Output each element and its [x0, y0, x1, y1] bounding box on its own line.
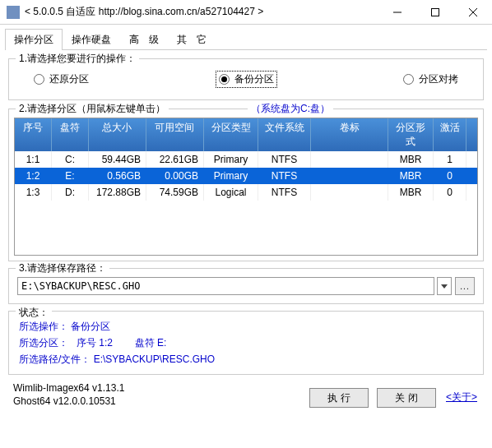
cell-active: 0	[434, 184, 466, 201]
radio-option-1[interactable]: 备份分区	[216, 71, 277, 88]
radio-label: 还原分区	[49, 72, 89, 86]
radio-label: 备份分区	[234, 72, 274, 86]
cell-size: 172.88GB	[89, 184, 146, 201]
cell-seq: 1:2	[15, 168, 52, 184]
cell-drive: E:	[52, 168, 89, 184]
version-info: Wimlib-Imagex64 v1.13.1 Ghost64 v12.0.0.…	[13, 381, 301, 408]
table-row[interactable]: 1:1C:59.44GB22.61GBPrimaryNTFSMBR1	[15, 151, 477, 168]
status-operation: 所选操作： 备份分区	[19, 318, 473, 335]
tab-0[interactable]: 操作分区	[5, 29, 63, 50]
cell-active: 0	[434, 168, 466, 184]
window-title: < 5.0.0.5 自适应 http://blog.sina.com.cn/a5…	[25, 5, 378, 19]
column-header[interactable]: 盘符	[52, 118, 89, 151]
column-header[interactable]: 分区类型	[204, 118, 258, 151]
cell-pform: MBR	[388, 151, 434, 168]
tab-2[interactable]: 高 级	[120, 29, 168, 50]
cell-fs: NTFS	[258, 168, 311, 184]
status-label: 状态：	[16, 304, 52, 321]
radio-label: 分区对拷	[419, 72, 458, 86]
close-button[interactable]	[454, 0, 492, 25]
close-app-button[interactable]: 关 闭	[377, 388, 436, 408]
column-header[interactable]: 总大小	[89, 118, 146, 151]
radio-option-0[interactable]: 还原分区	[34, 72, 89, 86]
about-link[interactable]: <关于>	[444, 387, 479, 408]
cell-fs: NTFS	[258, 184, 311, 201]
cell-drive: D:	[52, 184, 89, 201]
cell-size: 59.44GB	[89, 151, 146, 168]
cell-drive: C:	[52, 151, 89, 168]
status-path: 所选路径/文件： E:\SYBACKUP\RESC.GHO	[19, 351, 473, 367]
table-row[interactable]: 1:3D:172.88GB74.59GBLogicalNTFSMBR0	[15, 184, 477, 201]
status-partition: 所选分区： 序号 1:2 盘符 E:	[19, 335, 473, 351]
step2-label: 2.请选择分区（用鼠标左键单击）	[16, 102, 169, 116]
cell-pform: MBR	[388, 168, 434, 184]
cell-label	[311, 184, 388, 201]
radio-icon	[403, 74, 414, 85]
column-header[interactable]: 激活	[434, 118, 466, 151]
cell-free: 0.00GB	[146, 168, 204, 184]
minimize-button[interactable]	[378, 0, 416, 25]
radio-option-2[interactable]: 分区对拷	[403, 72, 458, 86]
cell-active: 1	[434, 151, 466, 168]
column-header[interactable]: 可用空间	[146, 118, 204, 151]
cell-ptype: Primary	[204, 168, 258, 184]
maximize-button[interactable]	[416, 0, 454, 25]
system-drive-hint: （系统盘为C:盘）	[248, 102, 333, 116]
cell-fs: NTFS	[258, 151, 311, 168]
step3-label: 3.请选择保存路径：	[16, 261, 109, 275]
titlebar: < 5.0.0.5 自适应 http://blog.sina.com.cn/a5…	[0, 0, 492, 25]
table-row[interactable]: 1:2E:0.56GB0.00GBPrimaryNTFSMBR0	[15, 168, 477, 184]
radio-icon	[34, 74, 44, 85]
cell-ptype: Logical	[204, 184, 258, 201]
tab-3[interactable]: 其 它	[168, 29, 216, 50]
path-dropdown-button[interactable]	[437, 277, 452, 295]
cell-label	[311, 168, 388, 184]
tab-bar: 操作分区操作硬盘高 级其 它	[5, 28, 487, 50]
radio-icon	[219, 74, 230, 85]
column-header[interactable]: 卷标	[311, 118, 388, 151]
column-header[interactable]: 文件系统	[258, 118, 311, 151]
execute-button[interactable]: 执 行	[309, 388, 369, 408]
step2-group: 2.请选择分区（用鼠标左键单击） （系统盘为C:盘） 序号盘符总大小可用空间分区…	[8, 109, 484, 261]
cell-free: 74.59GB	[146, 184, 204, 201]
save-path-input[interactable]	[17, 277, 434, 295]
cell-seq: 1:1	[15, 151, 52, 168]
cell-ptype: Primary	[204, 151, 258, 168]
step3-group: 3.请选择保存路径： ...	[8, 268, 484, 304]
cell-label	[311, 151, 388, 168]
status-group: 状态： 所选操作： 备份分区 所选分区： 序号 1:2 盘符 E: 所选路径/文…	[8, 311, 484, 375]
app-icon	[7, 6, 20, 19]
partition-table: 序号盘符总大小可用空间分区类型文件系统卷标分区形式激活 1:1C:59.44GB…	[14, 118, 478, 256]
cell-size: 0.56GB	[89, 168, 146, 184]
column-header[interactable]: 分区形式	[388, 118, 434, 151]
cell-pform: MBR	[388, 184, 434, 201]
step1-group: 1.请选择您要进行的操作： 还原分区备份分区分区对拷	[8, 58, 484, 100]
cell-seq: 1:3	[15, 184, 52, 201]
column-header[interactable]: 序号	[15, 118, 52, 151]
cell-free: 22.61GB	[146, 151, 204, 168]
browse-button[interactable]: ...	[455, 277, 475, 295]
step1-label: 1.请选择您要进行的操作：	[16, 52, 139, 66]
tab-1[interactable]: 操作硬盘	[63, 29, 120, 50]
svg-rect-1	[432, 8, 439, 16]
